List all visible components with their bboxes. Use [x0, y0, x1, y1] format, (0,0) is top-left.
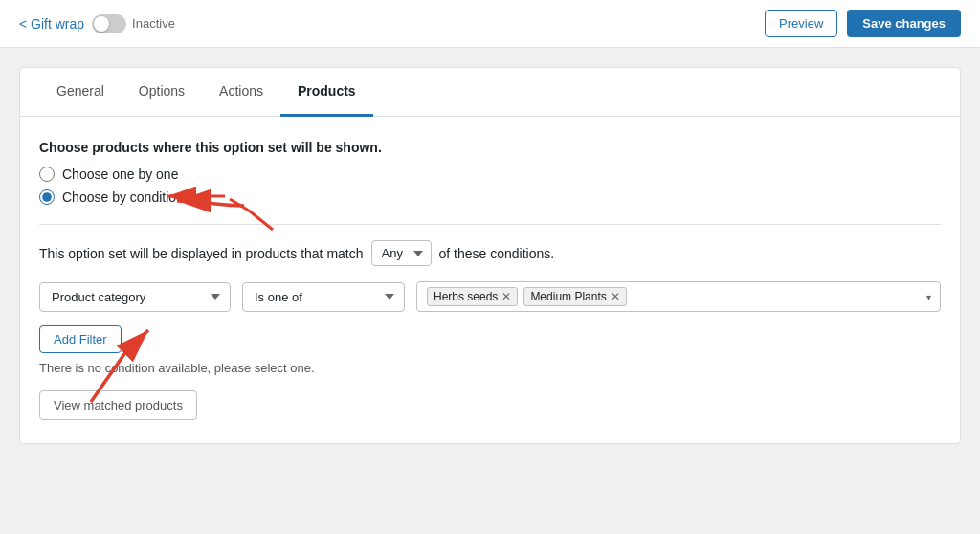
category-select[interactable]: Product category Product tag Product SKU [39, 282, 231, 312]
tab-actions[interactable]: Actions [202, 68, 280, 117]
toggle-track[interactable] [92, 14, 126, 33]
tag-medium-plants-remove[interactable]: ✕ [611, 291, 620, 302]
tab-content: Choose products where this option set wi… [20, 117, 960, 443]
view-matched-button[interactable]: View matched products [39, 390, 197, 420]
top-bar-left: < Gift wrap Inactive [19, 14, 175, 33]
main-content: General Options Actions Products Choose … [0, 48, 980, 534]
filter-row: Product category Product tag Product SKU… [39, 281, 941, 312]
tag-herbs-seeds-label: Herbs seeds [434, 290, 498, 303]
section-title: Choose products where this option set wi… [39, 140, 941, 155]
radio-one-by-one-label: Choose one by one [62, 167, 178, 182]
radio-by-conditions[interactable]: Choose by conditions [39, 189, 941, 205]
top-bar-right: Preview Save changes [765, 10, 961, 37]
radio-one-by-one[interactable]: Choose one by one [39, 167, 941, 182]
tab-general[interactable]: General [39, 68, 122, 117]
toggle-label: Inactive [132, 16, 175, 31]
radio-group: Choose one by one Choose by conditions [39, 167, 941, 205]
tags-input[interactable]: Herbs seeds ✕ Medium Plants ✕ [416, 281, 941, 312]
no-condition-message: There is no condition available, please … [39, 361, 941, 375]
preview-button[interactable]: Preview [765, 10, 837, 37]
save-button[interactable]: Save changes [847, 10, 961, 37]
radio-by-conditions-label: Choose by conditions [62, 189, 190, 205]
tabs: General Options Actions Products [20, 68, 960, 117]
tags-input-wrapper: Herbs seeds ✕ Medium Plants ✕ ▾ [416, 281, 941, 312]
toggle-switch[interactable]: Inactive [92, 14, 175, 33]
tag-herbs-seeds: Herbs seeds ✕ [427, 287, 518, 306]
tab-options[interactable]: Options [122, 68, 202, 117]
top-bar: < Gift wrap Inactive Preview Save change… [0, 0, 980, 48]
radio-one-by-one-input[interactable] [39, 167, 55, 182]
tag-medium-plants-label: Medium Plants [530, 290, 606, 303]
divider [39, 224, 941, 225]
tag-medium-plants: Medium Plants ✕ [523, 287, 626, 306]
toggle-thumb [94, 16, 109, 32]
condition-sentence: This option set will be displayed in pro… [39, 240, 941, 266]
card: General Options Actions Products Choose … [19, 67, 961, 444]
back-link[interactable]: < Gift wrap [19, 16, 84, 32]
add-filter-button[interactable]: Add Filter [39, 325, 122, 353]
tag-herbs-seeds-remove[interactable]: ✕ [501, 291, 511, 302]
tab-products[interactable]: Products [280, 68, 373, 117]
condition-text-after: of these conditions. [439, 246, 555, 261]
radio-by-conditions-input[interactable] [39, 189, 55, 205]
match-select[interactable]: Any All [371, 240, 432, 266]
condition-text-before: This option set will be displayed in pro… [39, 246, 364, 261]
condition-select[interactable]: Is one of Is not one of [242, 282, 405, 312]
